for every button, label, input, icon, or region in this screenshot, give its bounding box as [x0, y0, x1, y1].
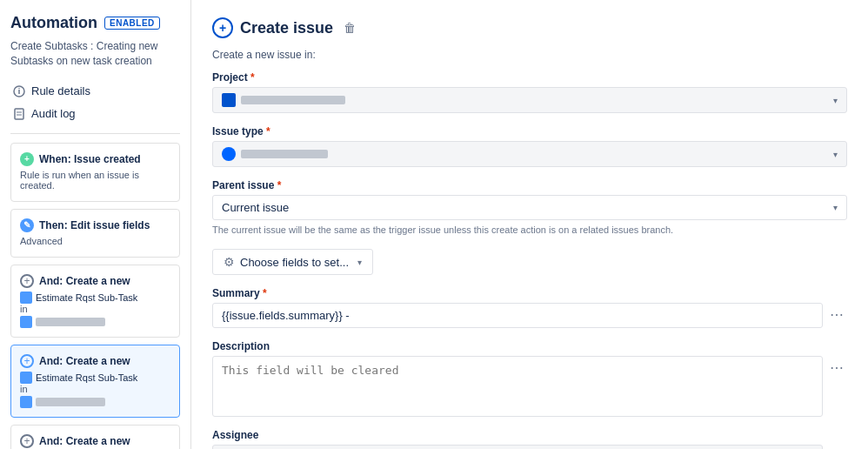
rule-block-then[interactable]: ✎ Then: Edit issue fields Advanced [10, 209, 180, 258]
and1-tag: Estimate Rqst Sub-Task [20, 292, 170, 304]
nav-audit-log[interactable]: Audit log [10, 104, 180, 124]
rule-block-and2[interactable]: + And: Create a new Estimate Rqst Sub-Ta… [10, 345, 180, 418]
assignee-select[interactable]: 👤 Unassigned ✕ ▾ [212, 445, 823, 449]
and1-tag-icon [20, 292, 32, 304]
gear-icon: ⚙ [224, 255, 235, 269]
and1-project-text [36, 318, 105, 326]
project-icon [222, 93, 236, 107]
and2-tag-icon [20, 372, 32, 384]
description-field-group: Description ⋯ [212, 340, 847, 417]
then-icon: ✎ [20, 218, 34, 232]
issue-type-select[interactable]: ▾ [212, 141, 847, 167]
parent-issue-field-group: Parent issue * Current issue ▾ The curre… [212, 179, 847, 237]
nav-rule-details-label: Rule details [31, 84, 90, 97]
automation-header: Automation ENABLED [10, 14, 180, 32]
svg-rect-3 [15, 109, 23, 119]
choose-fields-button[interactable]: ⚙ Choose fields to set... ▾ [212, 249, 373, 275]
project-label: Project * [212, 71, 847, 84]
project-chevron-icon: ▾ [833, 96, 838, 105]
parent-issue-chevron-icon: ▾ [833, 203, 838, 212]
rule-block-and3[interactable]: + And: Create a new Estimate Rqst Sub-Ta… [10, 425, 180, 449]
right-panel: + Create issue 🗑 Create a new issue in: … [191, 0, 868, 449]
parent-issue-label: Parent issue * [212, 179, 847, 191]
nav-rule-details[interactable]: Rule details [10, 81, 180, 102]
and1-tag-label: Estimate Rqst Sub-Task [36, 292, 137, 303]
and1-project-icon [20, 316, 32, 328]
summary-label: Summary * [212, 287, 847, 299]
and3-label: And: Create a new [39, 435, 130, 447]
audit-log-icon [12, 107, 26, 121]
project-value [241, 96, 345, 104]
then-label: Then: Edit issue fields [39, 219, 150, 231]
when-desc: Rule is run when an issue is created. [20, 170, 170, 191]
and2-project [20, 396, 170, 408]
when-label: When: Issue created [39, 153, 141, 165]
and1-label: And: Create a new [39, 275, 130, 287]
divider [10, 133, 180, 134]
project-select[interactable]: ▾ [212, 87, 847, 113]
rule-block-when[interactable]: + When: Issue created Rule is run when a… [10, 143, 180, 202]
parent-issue-select[interactable]: Current issue ▾ [212, 195, 847, 220]
issue-type-value [241, 150, 328, 158]
issue-type-icon [222, 147, 236, 161]
create-issue-plus-icon: + [212, 17, 233, 38]
assignee-label: Assignee [212, 429, 847, 441]
and2-in: in [20, 384, 170, 394]
and2-tag: Estimate Rqst Sub-Task [20, 372, 170, 384]
description-textarea[interactable] [212, 356, 823, 417]
svg-point-2 [18, 87, 20, 89]
and1-in: in [20, 304, 170, 314]
and2-icon: + [20, 354, 34, 368]
and2-label: And: Create a new [39, 355, 130, 367]
when-icon: + [20, 152, 34, 166]
page-title: Automation [10, 14, 97, 32]
issue-type-label: Issue type * [212, 125, 847, 137]
rule-description: Create Subtasks : Creating new Subtasks … [10, 39, 180, 69]
create-issue-title: Create issue [240, 19, 333, 37]
rule-block-and1[interactable]: + And: Create a new Estimate Rqst Sub-Ta… [10, 265, 180, 338]
description-more-button[interactable]: ⋯ [826, 358, 847, 378]
then-sub: Advanced [20, 236, 170, 246]
section-label: Create a new issue in: [212, 49, 847, 61]
and2-tag-label: Estimate Rqst Sub-Task [36, 372, 137, 383]
summary-input[interactable] [212, 303, 823, 328]
parent-issue-hint: The current issue will be the same as th… [212, 224, 847, 237]
delete-icon[interactable]: 🗑 [344, 21, 356, 35]
choose-fields-label: Choose fields to set... [240, 256, 349, 269]
nav-audit-log-label: Audit log [31, 107, 76, 120]
and1-project [20, 316, 170, 328]
enabled-badge: ENABLED [104, 17, 160, 30]
and3-icon: + [20, 434, 34, 448]
choose-fields-chevron-icon: ▾ [357, 258, 362, 267]
and2-project-text [36, 398, 105, 406]
description-label: Description [212, 340, 847, 352]
issue-type-chevron-icon: ▾ [833, 150, 838, 159]
create-issue-header: + Create issue 🗑 [212, 17, 847, 38]
rule-details-icon [12, 84, 26, 98]
assignee-field-group: Assignee 👤 Unassigned ✕ ▾ ⋯ [212, 429, 847, 449]
summary-field-group: Summary * ⋯ [212, 287, 847, 328]
summary-more-button[interactable]: ⋯ [826, 305, 847, 325]
project-field-group: Project * ▾ [212, 71, 847, 113]
and1-icon: + [20, 274, 34, 288]
issue-type-field-group: Issue type * ▾ [212, 125, 847, 167]
parent-issue-value: Current issue [222, 201, 289, 214]
left-panel: Automation ENABLED Create Subtasks : Cre… [0, 0, 191, 449]
and2-project-icon [20, 396, 32, 408]
